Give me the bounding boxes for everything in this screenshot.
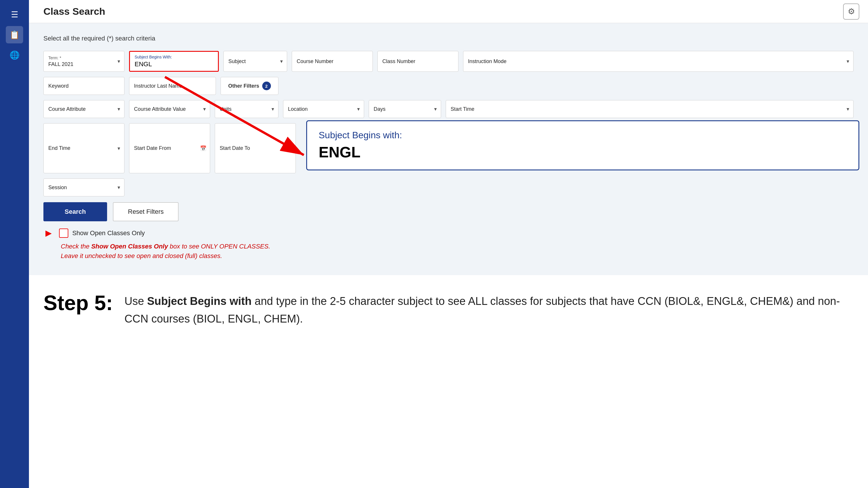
search-form: Term: * FALL 2021 Subject Begins With: S…	[43, 51, 854, 196]
class-number-label: Class Number	[382, 59, 454, 65]
sidebar: ☰ 📋 🌐	[0, 0, 29, 488]
subject-begins-field[interactable]: Subject Begins With:	[129, 51, 219, 72]
days-label: Days	[374, 106, 436, 112]
popup-value: ENGL	[319, 143, 847, 161]
annotation-line2: Leave it unchecked to see open and close…	[61, 251, 854, 261]
location-label: Location	[288, 106, 359, 112]
hamburger-icon[interactable]: ☰	[6, 6, 23, 23]
end-time-field[interactable]: End Time	[43, 123, 124, 173]
section-label: Select all the required (*) search crite…	[43, 35, 854, 42]
step-desc-part1: Use	[124, 295, 147, 307]
other-filters-field[interactable]: Other Filters 2	[221, 77, 278, 95]
course-attr-field[interactable]: Course Attribute	[43, 100, 124, 118]
form-row-2: Keyword Instructor Last Name Other Filte…	[43, 77, 854, 95]
subject-begins-input[interactable]	[134, 61, 213, 68]
show-open-label: Show Open Classes Only	[72, 229, 145, 237]
other-filters-badge: 2	[262, 82, 271, 90]
days-field[interactable]: Days	[369, 100, 441, 118]
keyword-field[interactable]: Keyword	[43, 77, 124, 95]
buttons-row: Search Reset Filters	[43, 202, 854, 221]
annotation-line1-bold: Show Open Classes Only	[91, 243, 168, 250]
units-label: Units	[220, 106, 274, 112]
form-wrapper: Term: * FALL 2021 Subject Begins With: S…	[43, 51, 854, 196]
page-title: Class Search	[43, 6, 105, 17]
start-time-label: Start Time	[451, 106, 848, 112]
course-attr-label: Course Attribute	[48, 106, 120, 112]
checkbox-arrow-icon: ►	[43, 227, 54, 239]
gear-button[interactable]: ⚙	[843, 3, 859, 20]
annotation-line1: Check the Show Open Classes Only box to …	[61, 241, 854, 251]
calendar-icon-to: 📅	[286, 145, 292, 152]
course-number-field[interactable]: Course Number	[292, 51, 373, 72]
course-number-label: Course Number	[297, 59, 368, 65]
step-desc-bold: Subject Begins with	[147, 295, 251, 307]
course-attr-val-label: Course Attribute Value	[134, 106, 205, 112]
instruction-mode-label: Instruction Mode	[468, 59, 848, 65]
start-time-field[interactable]: Start Time	[446, 100, 854, 118]
session-field[interactable]: Session	[43, 178, 124, 196]
other-filters-label: Other Filters	[228, 83, 259, 89]
reset-button[interactable]: Reset Filters	[113, 202, 179, 221]
start-date-from-field[interactable]: Start Date From 📅	[129, 123, 210, 173]
location-field[interactable]: Location	[283, 100, 364, 118]
subject-dropdown-field[interactable]: Subject	[223, 51, 287, 72]
step-label: Step 5:	[43, 292, 113, 313]
open-classes-row: ► Show Open Classes Only	[43, 227, 854, 239]
keyword-label: Keyword	[48, 83, 120, 89]
instruction-mode-field[interactable]: Instruction Mode	[463, 51, 854, 72]
term-field[interactable]: Term: * FALL 2021	[43, 51, 124, 72]
instructor-field[interactable]: Instructor Last Name	[129, 77, 216, 95]
session-label: Session	[48, 185, 120, 191]
gear-icon: ⚙	[848, 7, 855, 16]
popup-box: Subject Begins with: ENGL	[306, 120, 859, 170]
form-row-1: Term: * FALL 2021 Subject Begins With: S…	[43, 51, 854, 72]
content-area: Select all the required (*) search crite…	[29, 23, 868, 275]
globe-icon[interactable]: 🌐	[6, 46, 23, 64]
calendar-icon-from: 📅	[200, 145, 206, 152]
bottom-area: Step 5: Use Subject Begins with and type…	[29, 275, 868, 345]
instructor-label: Instructor Last Name	[134, 83, 211, 89]
step-description: Use Subject Begins with and type in the …	[124, 292, 854, 328]
units-field[interactable]: Units	[215, 100, 278, 118]
end-time-label: End Time	[48, 145, 120, 151]
search-button[interactable]: Search	[43, 202, 107, 221]
top-bar: Class Search ⚙	[29, 0, 868, 23]
annotation-block: Check the Show Open Classes Only box to …	[58, 241, 854, 261]
start-date-to-label: Start Date To	[220, 145, 291, 151]
show-open-checkbox[interactable]	[59, 229, 68, 238]
course-attr-value-field[interactable]: Course Attribute Value	[129, 100, 210, 118]
list-icon[interactable]: 📋	[6, 26, 23, 43]
annotation-line1-suffix: box to see ONLY OPEN CLASSES.	[168, 243, 270, 250]
term-value: FALL 2021	[48, 61, 120, 67]
form-row-3: Course Attribute Course Attribute Value …	[43, 100, 854, 118]
form-row-4: End Time Start Date From 📅 Start Date To…	[43, 123, 854, 173]
form-row-5: Session	[43, 178, 854, 196]
term-label: Term: *	[48, 56, 120, 60]
main-layout: Class Search ⚙ Select all the required (…	[29, 0, 868, 345]
start-date-to-field[interactable]: Start Date To 📅	[215, 123, 296, 173]
annotation-line1-prefix: Check the	[61, 243, 91, 250]
popup-title: Subject Begins with:	[319, 130, 847, 140]
class-number-field[interactable]: Class Number	[377, 51, 459, 72]
start-date-from-label: Start Date From	[134, 145, 205, 151]
subject-dropdown-label: Subject	[228, 59, 282, 65]
subject-begins-label: Subject Begins With:	[134, 55, 213, 59]
